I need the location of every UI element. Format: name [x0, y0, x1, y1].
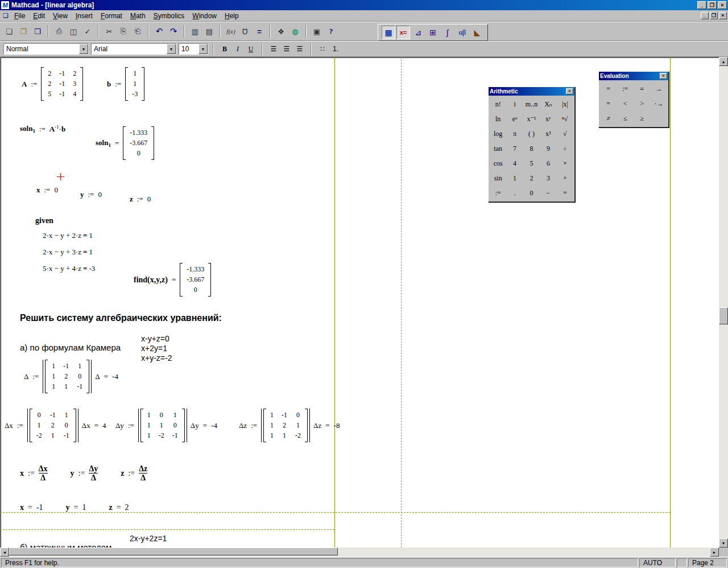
- region-delta-y[interactable]: Δy := 1011101-2-1 Δy=-4: [115, 409, 217, 442]
- palette-key[interactable]: .: [506, 186, 523, 200]
- palette-key[interactable]: tan: [490, 141, 506, 156]
- menu-item[interactable]: Symbolics: [150, 11, 189, 21]
- palette-key[interactable]: ⁿ√: [557, 112, 573, 126]
- palette-key[interactable]: =: [600, 96, 617, 111]
- bold-button[interactable]: B: [218, 43, 231, 55]
- region-vector-b[interactable]: b := 11-3: [107, 67, 144, 101]
- region-delta-z[interactable]: Δz := 1-1012111-2 Δz=-8: [239, 409, 340, 442]
- palette-key[interactable]: |x|: [557, 97, 573, 112]
- fraction-definition[interactable]: x:=ΔxΔ: [20, 464, 48, 482]
- palette-key[interactable]: →: [651, 81, 668, 96]
- result-item[interactable]: x=-1: [20, 503, 43, 512]
- palette-key[interactable]: ≥: [634, 111, 651, 126]
- print[interactable]: ⎙: [52, 24, 66, 38]
- align-down[interactable]: ▤: [202, 24, 216, 38]
- region-system-b[interactable]: 2x-y+2z=1: [130, 534, 167, 543]
- region-task-heading[interactable]: Решить систему алгебраических уравнений:: [20, 313, 222, 323]
- child-close-button[interactable]: ×: [719, 12, 727, 19]
- region-find-result[interactable]: find(x,y,z) = -1.333-3.6670: [134, 263, 211, 297]
- menu-item[interactable]: Edit: [29, 11, 49, 21]
- bullet-list-button[interactable]: ∷: [316, 43, 329, 55]
- align-across[interactable]: ▥: [188, 24, 202, 38]
- palette-key[interactable]: ≡: [634, 81, 651, 96]
- worksheet[interactable]: A := 2-122-135-14 b := 11-3 soln1 := A-1…: [0, 57, 728, 548]
- region-def-x[interactable]: x:=0: [36, 186, 58, 195]
- paste[interactable]: ⎗: [131, 24, 144, 38]
- scroll-up-icon[interactable]: ▲: [719, 57, 728, 66]
- vertical-scroll-track[interactable]: [719, 66, 728, 538]
- help[interactable]: ?: [324, 24, 338, 38]
- numbered-list-button[interactable]: 1.: [329, 43, 342, 55]
- result-item[interactable]: z=2: [109, 503, 129, 512]
- copy[interactable]: ⎘: [117, 24, 130, 38]
- result-item[interactable]: y=1: [66, 503, 86, 512]
- palette-key[interactable]: √: [557, 126, 573, 141]
- scroll-down-icon[interactable]: ▼: [719, 538, 728, 548]
- evaluation-palette-titlebar[interactable]: Evaluation ×: [599, 72, 668, 80]
- equation-line[interactable]: 5·x − y + 4·z=-3: [43, 264, 95, 273]
- horizontal-scrollbar[interactable]: ◄ ►: [0, 548, 728, 557]
- palette-key[interactable]: ln: [490, 112, 506, 126]
- align-right-button[interactable]: ☰: [293, 43, 306, 55]
- font-combo[interactable]: Arial ▼: [91, 43, 176, 55]
- underline-button[interactable]: U: [245, 43, 257, 55]
- palette-key[interactable]: x²: [540, 126, 556, 141]
- insert-function[interactable]: f(x): [224, 24, 238, 38]
- palette-key[interactable]: n!: [490, 97, 506, 112]
- vertical-scrollbar[interactable]: ▲ ▼: [719, 57, 728, 548]
- italic-button[interactable]: I: [231, 43, 244, 55]
- palette-key[interactable]: i: [506, 97, 523, 112]
- equation-line[interactable]: 2·x − y + 3·z=1: [43, 248, 95, 257]
- palette-key[interactable]: =: [600, 81, 617, 96]
- region-def-z[interactable]: z:=0: [130, 195, 151, 204]
- palette-key[interactable]: ×: [557, 156, 573, 171]
- palette-key[interactable]: 6: [540, 156, 556, 171]
- region-part-b-label[interactable]: б) матричным методом: [20, 542, 111, 548]
- palette-key[interactable]: 1: [506, 171, 523, 186]
- undo[interactable]: ↶: [152, 24, 166, 38]
- palette-key[interactable]: log: [490, 126, 506, 141]
- resource-center[interactable]: ▣: [310, 24, 324, 38]
- palette-key[interactable]: =: [557, 186, 573, 200]
- horizontal-scroll-thumb[interactable]: [9, 548, 338, 555]
- matrix-toolbar[interactable]: ⊞: [426, 26, 440, 39]
- cut[interactable]: ✂: [102, 24, 116, 38]
- insert-unit[interactable]: ℧: [238, 24, 252, 38]
- fraction-definition[interactable]: y:=ΔyΔ: [71, 464, 98, 482]
- menu-item[interactable]: View: [49, 11, 72, 21]
- palette-key[interactable]: 5: [523, 156, 540, 171]
- menu-item[interactable]: File: [10, 11, 29, 21]
- palette-key[interactable]: ÷: [557, 141, 573, 156]
- palette-key[interactable]: 2: [523, 171, 540, 186]
- redo[interactable]: ↷: [167, 24, 180, 38]
- scroll-right-icon[interactable]: ►: [710, 548, 719, 557]
- palette-key[interactable]: 3: [540, 171, 556, 186]
- horizontal-scroll-track[interactable]: [9, 548, 710, 557]
- document-icon[interactable]: ❏: [1, 12, 10, 20]
- region-delta-x[interactable]: Δx := 0-11120-21-1 Δx=4: [5, 409, 106, 442]
- new[interactable]: ❏: [2, 24, 16, 38]
- region-matrix-A[interactable]: A := 2-122-135-14: [22, 67, 83, 101]
- palette-key[interactable]: x⁻¹: [523, 112, 540, 126]
- palette-key[interactable]: 8: [523, 141, 540, 156]
- palette-key[interactable]: 4: [506, 156, 523, 171]
- palette-key[interactable]: 7: [506, 141, 523, 156]
- menu-item[interactable]: Window: [188, 11, 221, 21]
- scroll-left-icon[interactable]: ◄: [0, 548, 9, 557]
- region-soln-definition[interactable]: soln1 := A-1·b: [20, 124, 65, 134]
- save[interactable]: ❒: [31, 24, 44, 38]
- palette-key[interactable]: sin: [490, 171, 506, 186]
- fraction-definition[interactable]: z:=ΔzΔ: [121, 464, 147, 482]
- arithmetic-palette-titlebar[interactable]: Arithmetic ×: [489, 87, 574, 96]
- symbolics-toolbar[interactable]: ◣: [470, 26, 484, 39]
- crosshair-cursor[interactable]: [57, 173, 64, 180]
- maximize-button[interactable]: ❐: [708, 1, 717, 9]
- palette-key[interactable]: <: [617, 96, 634, 111]
- palette-key[interactable]: ≤: [617, 111, 634, 126]
- region-given-keyword[interactable]: given: [35, 216, 53, 225]
- palette-key[interactable]: m..n: [523, 97, 540, 112]
- component[interactable]: ❖: [274, 24, 288, 38]
- palette-key[interactable]: 9: [540, 141, 556, 156]
- print-preview[interactable]: ◫: [67, 24, 80, 38]
- size-dropdown-arrow-icon[interactable]: ▼: [198, 44, 208, 54]
